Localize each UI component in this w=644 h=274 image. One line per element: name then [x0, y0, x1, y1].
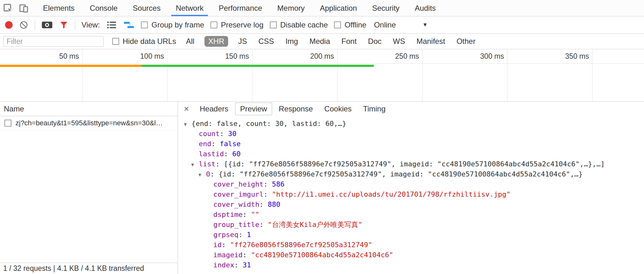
tree-line[interactable]: end: false: [183, 139, 644, 149]
token: :: [210, 170, 219, 178]
dropdown-caret-icon: ▼: [422, 22, 428, 28]
token: end: [199, 140, 211, 148]
filter-xhr[interactable]: XHR: [204, 36, 228, 47]
expand-arrow-icon[interactable]: ▼: [183, 119, 191, 129]
token: :: [264, 180, 272, 188]
overview-view-button[interactable]: [123, 20, 135, 30]
checkbox-label: Group by frame: [151, 21, 204, 29]
requests-panel: Name zj?ch=beauty&t1=595&listtype=new&sn…: [0, 102, 178, 274]
request-row[interactable]: zj?ch=beauty&t1=595&listtype=new&sn=30&l…: [0, 116, 178, 130]
throttling-select[interactable]: Online ▼: [374, 21, 428, 29]
name-column-header[interactable]: Name: [0, 102, 178, 116]
token: {id: "ff276e8056f58896e7cf92505a312749",…: [219, 170, 583, 178]
tree-line[interactable]: dsptime: "": [183, 210, 644, 220]
checkbox-offline[interactable]: Offline: [334, 21, 366, 29]
devtools-window: ElementsConsoleSourcesNetworkPerformance…: [0, 0, 644, 274]
checkbox-disable-cache[interactable]: Disable cache: [270, 21, 328, 29]
tree-line[interactable]: cover_imgurl: "http://i1.umei.cc/uploads…: [183, 189, 644, 200]
token: 31: [243, 261, 251, 269]
tree-line[interactable]: ▼list: [{id: "ff276e8056f58896e7cf92505a…: [183, 159, 644, 169]
tab-security[interactable]: Security: [365, 0, 407, 16]
preview-tab-response[interactable]: Response: [274, 103, 318, 115]
filter-font[interactable]: Font: [340, 36, 358, 47]
tab-audits[interactable]: Audits: [407, 0, 443, 16]
network-main-area: Name zj?ch=beauty&t1=595&listtype=new&sn…: [0, 102, 644, 274]
expand-arrow-icon[interactable]: ▼: [190, 160, 199, 170]
tab-elements[interactable]: Elements: [35, 0, 82, 16]
tree-line[interactable]: grpseq: 1: [183, 230, 644, 240]
filter-doc[interactable]: Doc: [367, 36, 383, 47]
tree-line[interactable]: cover_height: 586: [183, 179, 644, 189]
token: cover_width: [213, 200, 259, 208]
tree-line[interactable]: ▼{end: false, count: 30, lastid: 60,…}: [183, 119, 644, 129]
tab-network[interactable]: Network: [168, 0, 211, 16]
inspect-element-button[interactable]: [0, 0, 16, 16]
tab-memory[interactable]: Memory: [270, 0, 313, 16]
token: list: [199, 160, 216, 168]
token: imageid: [213, 251, 243, 259]
tick-label: 300 ms: [453, 52, 504, 61]
tab-application[interactable]: Application: [312, 0, 364, 16]
tree-line[interactable]: index: 31: [183, 260, 644, 270]
preview-tab-headers[interactable]: Headers: [195, 103, 233, 115]
clear-button[interactable]: [19, 20, 28, 30]
small-rows-view-button[interactable]: [106, 20, 117, 30]
tree-line[interactable]: cover_width: 880: [183, 200, 644, 210]
tick-label: 200 ms: [283, 52, 334, 61]
preview-tab-timing[interactable]: Timing: [358, 103, 390, 115]
filter-manifest[interactable]: Manifest: [415, 36, 447, 47]
preview-tab-preview[interactable]: Preview: [235, 103, 272, 115]
token: :: [220, 130, 228, 138]
tree-line[interactable]: imageid: "cc48190e57100864abc4d55a2c4104…: [183, 250, 644, 260]
filter-pills: AllXHRJSCSSImgMediaFontDocWSManifestOthe…: [185, 36, 477, 47]
network-status-bar: 1 / 32 requests | 4.1 KB / 4.1 KB transf…: [0, 263, 178, 274]
tab-performance[interactable]: Performance: [211, 0, 270, 16]
token: dsptime: [213, 211, 243, 218]
filter-media[interactable]: Media: [308, 36, 331, 47]
token: grpseq: [213, 231, 238, 239]
tab-console[interactable]: Console: [82, 0, 125, 16]
request-checkbox[interactable]: [4, 120, 11, 127]
token: index: [213, 261, 234, 269]
token: 60: [232, 150, 241, 158]
filter-img[interactable]: Img: [284, 36, 299, 47]
filter-ws[interactable]: WS: [392, 36, 406, 47]
tab-sources[interactable]: Sources: [125, 0, 168, 16]
filter-input[interactable]: [3, 36, 104, 47]
checkbox-preserve-log[interactable]: Preserve log: [210, 21, 264, 29]
clear-icon: [19, 20, 28, 30]
record-button[interactable]: [5, 21, 13, 29]
token: "台湾美女Kila户外唯美写真": [268, 221, 362, 229]
tick-label: 100 ms: [113, 52, 164, 61]
toolbar-separator: [35, 20, 35, 30]
filter-css[interactable]: CSS: [257, 36, 275, 47]
checkbox-group-by-frame[interactable]: Group by frame: [141, 21, 204, 29]
filter-other[interactable]: Other: [455, 36, 477, 47]
device-toolbar-button[interactable]: [16, 0, 32, 16]
tree-line[interactable]: group_title: "台湾美女Kila户外唯美写真": [183, 220, 644, 230]
tree-line[interactable]: lastid: 60: [183, 149, 644, 159]
network-filter-bar: Hide data URLs AllXHRJSCSSImgMediaFontDo…: [0, 34, 644, 49]
capture-screenshots-button[interactable]: [41, 20, 53, 30]
tree-line[interactable]: id: "ff276e8056f58896e7cf92505a312749": [183, 240, 644, 250]
waterfall-view-icon: [123, 20, 135, 30]
token: group_title: [213, 221, 259, 229]
preview-tab-cookies[interactable]: Cookies: [319, 103, 356, 115]
timeline-overview[interactable]: 50 ms100 ms150 ms200 ms250 ms300 ms350 m…: [0, 49, 644, 102]
token: :: [216, 160, 224, 168]
filter-all[interactable]: All: [185, 36, 196, 47]
close-detail-button[interactable]: ×: [180, 104, 193, 114]
filter-toggle-button[interactable]: [59, 20, 69, 30]
checkbox-hide-data-urls[interactable]: Hide data URLs: [112, 37, 176, 46]
name-column-label: Name: [4, 104, 24, 113]
token: :: [238, 231, 247, 239]
token: "": [251, 211, 259, 218]
token: cover_imgurl: [213, 190, 264, 198]
filter-js[interactable]: JS: [237, 36, 248, 47]
view-label: View:: [82, 21, 100, 29]
tree-line[interactable]: ▼0: {id: "ff276e8056f58896e7cf92505a3127…: [183, 169, 644, 179]
overview-bar-green-segment: [142, 65, 374, 67]
tree-line[interactable]: count: 30: [183, 129, 644, 139]
token: 880: [268, 200, 280, 208]
expand-arrow-icon[interactable]: ▼: [197, 170, 206, 180]
